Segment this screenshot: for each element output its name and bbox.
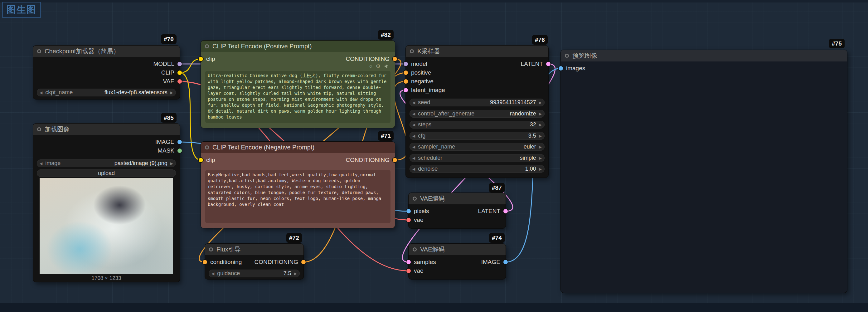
- output-label-conditioning: CONDITIONING: [346, 157, 390, 163]
- negative-prompt-textarea[interactable]: EasyNegative,bad hands,bad feet,worst qu…: [205, 170, 391, 223]
- collapse-dot-icon[interactable]: [413, 196, 417, 200]
- node-ksampler[interactable]: K采样器 model LATENT positive negative late…: [406, 45, 548, 178]
- input-socket-vae[interactable]: [406, 218, 411, 222]
- node-header[interactable]: VAE编码: [409, 193, 505, 205]
- increment-arrow-icon[interactable]: ▶: [539, 134, 542, 138]
- decrement-arrow-icon[interactable]: ◀: [412, 112, 415, 116]
- node-header[interactable]: 预览图像: [561, 50, 847, 61]
- output-socket-conditioning[interactable]: [393, 57, 397, 61]
- node-clip-encode-negative[interactable]: CLIP Text Encode (Negative Prompt) clip …: [201, 142, 395, 228]
- input-socket-clip[interactable]: [199, 158, 203, 162]
- positive-prompt-textarea[interactable]: Ultra-realistic Chinese native dog (土松犬)…: [205, 71, 391, 123]
- widget-steps[interactable]: ◀ steps 32 ▶: [409, 121, 545, 129]
- collapse-dot-icon[interactable]: [205, 44, 209, 49]
- increment-arrow-icon[interactable]: ▶: [539, 167, 542, 171]
- decrement-arrow-icon[interactable]: ◀: [212, 272, 214, 276]
- decrement-arrow-icon[interactable]: ◀: [412, 167, 415, 171]
- widget-label: guidance: [217, 270, 240, 277]
- widget-control-after-generate[interactable]: ◀ control_after_generate randomize ▶: [409, 110, 545, 118]
- output-socket-image[interactable]: [503, 260, 508, 264]
- node-header[interactable]: K采样器: [406, 45, 548, 57]
- input-label-pixels: pixels: [414, 208, 429, 215]
- increment-arrow-icon[interactable]: ▶: [539, 112, 542, 116]
- widget-value: 32: [530, 121, 536, 128]
- increment-arrow-icon[interactable]: ▶: [539, 156, 542, 160]
- decrement-arrow-icon[interactable]: ◀: [412, 134, 415, 138]
- increment-arrow-icon[interactable]: ▶: [294, 272, 297, 276]
- node-vae-encode[interactable]: VAE编码 pixels LATENT vae: [409, 193, 505, 228]
- collapse-dot-icon[interactable]: [37, 49, 41, 53]
- node-load-image[interactable]: 加载图像 IMAGE MASK ◀ image pasted/image (9)…: [33, 124, 180, 282]
- output-socket-model[interactable]: [178, 62, 182, 66]
- io-row-pixels-latent: pixels LATENT: [409, 207, 505, 216]
- decrement-arrow-icon[interactable]: ◀: [412, 123, 415, 127]
- decrement-arrow-icon[interactable]: ◀: [412, 101, 415, 104]
- collapse-dot-icon[interactable]: [410, 49, 414, 53]
- widget-cfg[interactable]: ◀ cfg 3.5 ▶: [409, 132, 545, 140]
- node-badge-87: #87: [489, 183, 505, 192]
- input-socket-pixels[interactable]: [406, 209, 411, 213]
- increment-arrow-icon[interactable]: ▶: [539, 101, 542, 104]
- widget-denoise[interactable]: ◀ denoise 1.00 ▶: [409, 165, 545, 173]
- circle-icon[interactable]: ○: [369, 63, 372, 69]
- output-socket-latent[interactable]: [503, 209, 508, 213]
- increment-arrow-icon[interactable]: ▶: [170, 162, 173, 165]
- gear-icon[interactable]: ⚙: [376, 63, 380, 69]
- collapse-dot-icon[interactable]: [209, 247, 213, 251]
- output-socket-mask[interactable]: [178, 149, 182, 153]
- input-label-model: model: [411, 61, 427, 67]
- output-socket-vae[interactable]: [178, 79, 182, 84]
- input-socket-clip[interactable]: [199, 57, 203, 61]
- increment-arrow-icon[interactable]: ▶: [539, 123, 542, 127]
- collapse-dot-icon[interactable]: [37, 127, 41, 131]
- input-socket-negative[interactable]: [404, 79, 408, 84]
- speaker-icon[interactable]: [384, 64, 389, 69]
- output-label-conditioning: CONDITIONING: [346, 56, 390, 62]
- decrement-arrow-icon[interactable]: ◀: [40, 162, 42, 165]
- output-socket-image[interactable]: [178, 140, 182, 144]
- input-socket-model[interactable]: [404, 62, 408, 66]
- widget-image-file[interactable]: ◀ image pasted/image (9).png ▶: [37, 159, 176, 167]
- increment-arrow-icon[interactable]: ▶: [170, 91, 173, 95]
- node-vae-decode[interactable]: VAE解码 samples IMAGE vae: [409, 244, 505, 279]
- node-preview-image[interactable]: 预览图像 images: [561, 50, 847, 293]
- widget-label: image: [45, 160, 61, 166]
- widget-sampler-name[interactable]: ◀ sampler_name euler ▶: [409, 143, 545, 151]
- output-socket-conditioning[interactable]: [301, 260, 306, 264]
- node-header[interactable]: 加载图像: [33, 124, 180, 135]
- input-socket-vae[interactable]: [406, 269, 411, 273]
- collapse-dot-icon[interactable]: [565, 54, 569, 58]
- decrement-arrow-icon[interactable]: ◀: [40, 91, 42, 95]
- io-row-clip-conditioning: clip CONDITIONING: [201, 156, 395, 164]
- widget-scheduler[interactable]: ◀ scheduler simple ▶: [409, 154, 545, 162]
- input-socket-positive[interactable]: [404, 70, 408, 75]
- output-socket-conditioning[interactable]: [393, 158, 397, 162]
- input-socket-images[interactable]: [559, 66, 563, 70]
- output-row-mask: MASK: [33, 146, 180, 155]
- widget-ckpt-name[interactable]: ◀ ckpt_name flux1-dev-fp8.safetensors ▶: [37, 89, 176, 96]
- node-header[interactable]: Checkpoint加载器（简易）: [33, 45, 180, 57]
- node-flux-guidance[interactable]: Flux引导 conditioning CONDITIONING ◀ guida…: [205, 244, 304, 279]
- node-checkpoint-loader[interactable]: Checkpoint加载器（简易） MODEL CLIP VAE ◀ ckpt_…: [33, 45, 180, 99]
- increment-arrow-icon[interactable]: ▶: [539, 145, 542, 149]
- node-title: VAE解码: [420, 245, 445, 254]
- node-header[interactable]: VAE解码: [409, 244, 505, 255]
- input-socket-latent-image[interactable]: [404, 88, 408, 92]
- widget-guidance[interactable]: ◀ guidance 7.5 ▶: [209, 270, 300, 277]
- decrement-arrow-icon[interactable]: ◀: [412, 156, 415, 160]
- node-header[interactable]: CLIP Text Encode (Positive Prompt): [201, 40, 395, 52]
- node-clip-encode-positive[interactable]: CLIP Text Encode (Positive Prompt) clip …: [201, 40, 395, 128]
- widget-value: 993954111914527: [490, 99, 536, 106]
- widget-seed[interactable]: ◀ seed 993954111914527 ▶: [409, 99, 545, 106]
- widget-value: 1.00: [525, 166, 536, 172]
- collapse-dot-icon[interactable]: [413, 247, 417, 251]
- node-header[interactable]: CLIP Text Encode (Negative Prompt): [201, 142, 395, 153]
- decrement-arrow-icon[interactable]: ◀: [412, 145, 415, 149]
- output-socket-clip[interactable]: [178, 70, 182, 75]
- input-socket-conditioning[interactable]: [203, 260, 207, 264]
- upload-button[interactable]: upload: [37, 169, 176, 177]
- output-socket-latent[interactable]: [546, 62, 551, 66]
- node-header[interactable]: Flux引导: [205, 244, 304, 255]
- collapse-dot-icon[interactable]: [205, 146, 209, 150]
- input-socket-samples[interactable]: [406, 260, 411, 264]
